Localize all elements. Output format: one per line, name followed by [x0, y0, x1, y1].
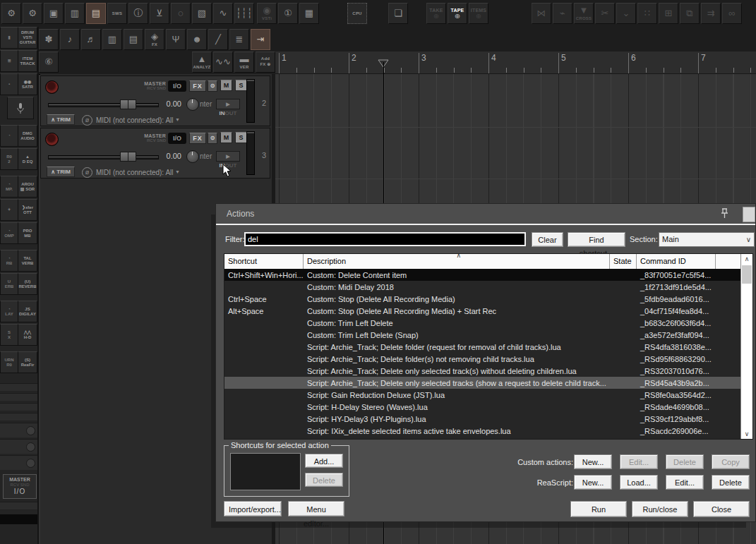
clear-button[interactable]: Clear [532, 232, 563, 247]
grid-dots-button[interactable]: ∷ [637, 3, 657, 24]
phase-button[interactable]: ø [82, 115, 92, 126]
dialog-runclose-button[interactable]: Run/close [632, 501, 688, 517]
volume-slider[interactable] [48, 103, 159, 107]
sidebar-partial-button[interactable]: R02 [0, 148, 18, 170]
crossfade-cross-button[interactable]: ▼CROSS [574, 3, 594, 24]
mute-button[interactable]: M [220, 80, 232, 91]
mixer-lane[interactable] [0, 413, 37, 421]
import-export-button[interactable]: Import/export... [224, 501, 282, 516]
io-button[interactable]: I/O [168, 133, 186, 144]
sidebar-partial-button[interactable]: ▪ [0, 73, 18, 95]
monitor-levels-button[interactable]: ≣ [229, 29, 249, 50]
pan-knob[interactable] [186, 98, 199, 111]
sidebar-item--deq[interactable]: ▲D EQ [18, 148, 37, 170]
action-row[interactable]: Script: Archie_Track; Delete only select… [224, 365, 740, 377]
sidebar-partial-button[interactable]: SX [0, 324, 18, 346]
version-button[interactable]: ▬VER [234, 52, 254, 73]
sidebar-partial-button[interactable]: ◔OMP [0, 222, 18, 244]
magnifier-button[interactable]: ◌ [171, 3, 191, 24]
menu-editor-button[interactable]: Menu editor... [288, 501, 344, 516]
midi-input-dropdown[interactable]: MIDI (not connected): All [96, 116, 174, 124]
custom-action-new-button[interactable]: New... [574, 454, 612, 469]
dialog-close-button[interactable]: Close [693, 501, 750, 517]
mixer-lane[interactable] [0, 393, 37, 401]
action-row[interactable]: Custom: Midi Delay 2018_1f2713df91de5d4.… [224, 281, 740, 293]
mixer-lane[interactable] [0, 423, 37, 437]
reascript-edit-button[interactable]: Edit... [666, 475, 704, 490]
trim-button[interactable]: ∧ TRIM [47, 167, 75, 177]
io-button[interactable]: I/O [168, 80, 186, 92]
pin-icon[interactable] [719, 207, 730, 221]
mixer-lane[interactable] [0, 502, 37, 510]
scrollbar-thumb[interactable] [742, 265, 752, 284]
send-knob[interactable] [26, 442, 35, 452]
column-header-shortcut[interactable]: Shortcut [224, 254, 304, 269]
shortcuts-listbox[interactable] [230, 453, 301, 490]
shirt-button[interactable]: ⊻ [150, 3, 169, 24]
record-arm-button[interactable] [45, 80, 59, 94]
trash-button[interactable]: ▥ [65, 3, 85, 24]
action-row[interactable]: Ctrl+Shift+Win+Hori...Custom: Delete Con… [224, 269, 740, 281]
sidebar-item-pro-mb[interactable]: PROMB [18, 222, 37, 244]
piano-keys-button[interactable]: ▥ [102, 29, 122, 50]
sidebar-item-arou-sor[interactable]: AROU▨ SOR [18, 176, 37, 198]
tape-mode-button[interactable]: TAPE◎ [448, 3, 467, 24]
send-knob[interactable] [26, 459, 35, 468]
reascript-new-button[interactable]: New... [574, 475, 612, 490]
item-edges-button[interactable]: ⊞ [659, 3, 678, 24]
plugin-info-button[interactable]: ① [278, 3, 298, 24]
solo-button[interactable]: S [235, 132, 247, 143]
list-scrollbar[interactable]: ∧ ∨ [740, 254, 752, 439]
custom-action-edit-button[interactable]: Edit... [620, 454, 658, 469]
volume-slider-handle[interactable] [120, 152, 136, 162]
action-row[interactable]: Alt+SpaceCustom: Stop (Delete All Record… [224, 305, 740, 317]
preferences-gears-button[interactable]: ⚙ [23, 3, 42, 24]
scroll-up-icon[interactable]: ∧ [741, 254, 752, 264]
sidebar-item-xfer-ott[interactable]: ❯xferOTT [18, 199, 37, 221]
crossfade-button[interactable]: ⋈ [532, 3, 551, 24]
info-circle-button[interactable]: ⓘ [128, 3, 148, 24]
action-row[interactable]: Script: Archie_Track; Delete only select… [224, 377, 740, 389]
vsti-view-button[interactable]: ◉VSTi [257, 3, 277, 24]
sidebar-partial-button[interactable]: UERB [0, 273, 18, 295]
mixer-faders-button[interactable]: ┆┆┆ [234, 3, 254, 24]
reascript-delete-button[interactable]: Delete [712, 475, 750, 490]
custom-action-copy-button[interactable]: Copy [712, 454, 750, 469]
items-mode-button[interactable]: ITEMS◎ [469, 3, 488, 24]
mixer-lane[interactable] [0, 455, 37, 470]
sidebar-item-js-digilay[interactable]: JSDIGILAY [18, 301, 37, 322]
dialog-titlebar[interactable]: Actions [216, 204, 755, 224]
sidebar-partial-button[interactable]: ≣ [0, 50, 18, 72]
circled-six-button[interactable]: ⑥ [39, 52, 59, 73]
sidebar-mic-button[interactable] [7, 97, 34, 119]
action-row[interactable]: Script: Archie_Track; Delete folder (req… [224, 341, 740, 353]
mixer-lane[interactable] [0, 383, 37, 392]
cpu-meter-button[interactable]: CPU [347, 3, 367, 24]
action-row[interactable]: Script: Gain Reduction Deluxe (JST).lua_… [224, 389, 740, 401]
fx-box-button[interactable]: ◈FX [145, 29, 164, 50]
scroll-down-icon[interactable]: ∨ [741, 429, 752, 439]
section-dropdown[interactable]: Main ∨ [659, 232, 755, 247]
column-header-description[interactable]: Description ∧ [304, 254, 610, 269]
timeline-ruler[interactable]: 1234567 [275, 52, 756, 74]
sidebar-item-u-reverb[interactable]: (U)REVERB [18, 273, 37, 295]
bass-clef-button[interactable]: ♪ [60, 29, 80, 50]
split-item-button[interactable]: ⌄ [616, 3, 636, 24]
delete-shortcut-button[interactable]: Delete [305, 473, 343, 487]
volume-slider[interactable] [48, 155, 159, 159]
glue-link-button[interactable]: ∞ [722, 3, 742, 24]
sidebar-item-dmg-audio[interactable]: DMGAUDIO [18, 125, 37, 147]
fx-bypass-button[interactable]: ⊙ [208, 133, 217, 144]
action-row[interactable]: Script: H-Delay Stereo (Waves).lua_RSdad… [224, 401, 740, 413]
quantize-grid-button[interactable]: ❏ [388, 3, 408, 24]
fx-button[interactable]: FX [189, 80, 206, 92]
solo-button[interactable]: S [235, 80, 247, 91]
person-button[interactable]: ☻ [187, 29, 207, 50]
sidebar-partial-button[interactable]: ✦ [0, 199, 18, 221]
send-knob[interactable] [26, 426, 35, 435]
action-row[interactable]: Script: HY-Delay3 (HY-Plugins).lua_RS39c… [224, 413, 740, 425]
sidebar-partial-button[interactable]: ◔ [0, 125, 18, 147]
midi-keyboard-button[interactable]: ▤ [124, 29, 143, 50]
phase-button[interactable]: ø [82, 167, 92, 178]
reascript-load-button[interactable]: Load... [620, 475, 658, 490]
